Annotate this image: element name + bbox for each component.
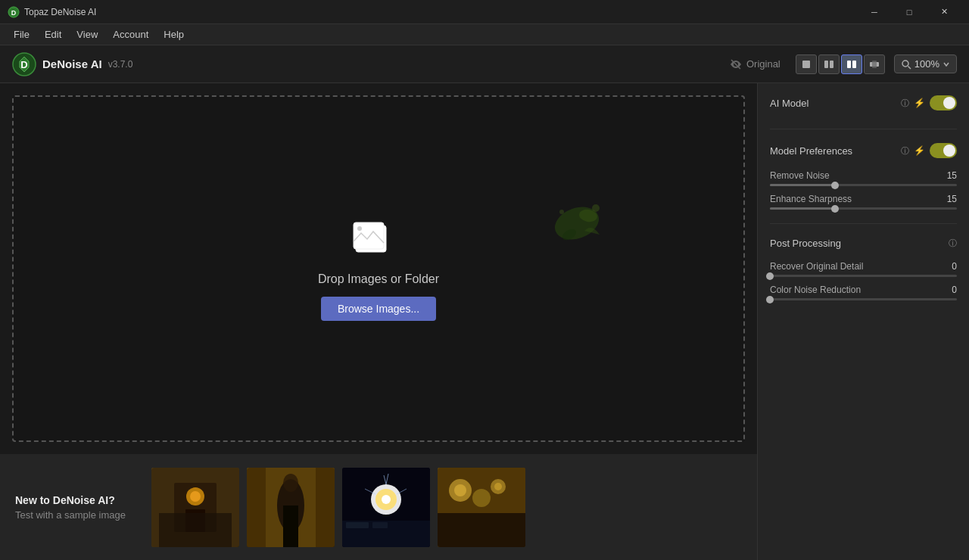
sample-image-1[interactable] [151,468,239,547]
browse-images-button[interactable]: Browse Images... [321,297,436,321]
svg-rect-44 [372,522,388,528]
paint-splash-decoration [547,193,607,254]
zoom-control[interactable]: 100% [894,54,957,73]
color-noise-reduction-thumb [766,296,774,303]
sample-title: New to DeNoise AI? [15,494,136,506]
svg-point-20 [592,204,600,212]
app-version: v3.7.0 [108,59,133,70]
sample-image-4[interactable] [438,468,525,547]
sample-images [151,468,525,547]
zoom-icon [901,59,911,70]
close-button[interactable]: ✕ [927,0,961,24]
drop-zone[interactable]: Drop Images or Folder Browse Images... [12,95,745,442]
logo-icon: D [12,52,36,76]
drop-text: Drop Images or Folder [318,272,439,286]
ai-model-header: AI Model ⓘ ⚡ [770,95,957,115]
post-processing-label: Post Processing [770,238,944,249]
svg-point-50 [494,483,502,490]
svg-line-13 [908,66,911,69]
model-preferences-label: Model Preferences [770,145,896,157]
svg-rect-6 [824,61,828,68]
view-mode-group [796,54,885,74]
view-split[interactable] [818,54,840,74]
menu-edit[interactable]: Edit [37,26,69,43]
model-preferences-toggle[interactable] [930,143,957,158]
svg-rect-11 [872,61,877,68]
recover-original-detail-label-row: Recover Original Detail 0 [770,261,957,272]
menu-account[interactable]: Account [105,26,156,43]
app-icon: D [8,6,20,18]
header-controls: Original 100% [724,54,957,74]
svg-rect-7 [830,61,833,68]
ai-model-section: AI Model ⓘ ⚡ [770,95,957,115]
svg-text:D: D [11,9,17,17]
menu-help[interactable]: Help [156,26,192,43]
view-compare[interactable] [841,54,862,74]
drop-content: Drop Images or Folder Browse Images... [318,216,439,321]
enhance-sharpness-fill [770,207,835,210]
title-bar: D Topaz DeNoise AI ─ □ ✕ [0,0,969,24]
sample-panel: New to DeNoise AI? Test with a sample im… [0,454,757,560]
app-logo: D DeNoise AI v3.7.0 [12,52,132,76]
ai-model-toggle[interactable] [930,95,957,110]
sample-subtitle: Test with a sample image [15,509,136,521]
view-overlay[interactable] [864,54,885,74]
menu-file[interactable]: File [6,26,37,43]
post-processing-info-icon[interactable]: ⓘ [949,238,957,249]
svg-point-26 [190,491,201,502]
remove-noise-label-row: Remove Noise 15 [770,170,957,181]
enhance-sharpness-label: Enhance Sharpness [770,194,852,204]
view-single[interactable] [796,54,817,74]
model-preferences-section: Model Preferences ⓘ ⚡ Remove Noise 15 En… [770,143,957,210]
original-label: Original [746,58,780,70]
svg-rect-27 [159,513,232,547]
color-noise-reduction-label: Color Noise Reduction [770,285,861,295]
recover-original-detail-thumb [766,272,774,280]
svg-point-48 [454,484,466,496]
remove-noise-control: Remove Noise 15 [770,170,957,186]
eye-icon [730,58,742,70]
color-noise-reduction-slider[interactable] [770,298,957,300]
svg-rect-9 [852,61,856,68]
recover-original-detail-value: 0 [942,261,957,272]
menu-view[interactable]: View [69,26,105,43]
chevron-down-icon [943,61,950,68]
ai-model-lightning-icon: ⚡ [914,98,925,108]
menu-bar: File Edit View Account Help [0,24,969,45]
remove-noise-label: Remove Noise [770,170,830,181]
model-preferences-lightning-icon: ⚡ [914,145,925,156]
recover-original-detail-label: Recover Original Detail [770,261,863,272]
right-sidebar: AI Model ⓘ ⚡ Model Preferences ⓘ ⚡ Remov… [757,83,969,560]
enhance-sharpness-control: Enhance Sharpness 15 [770,194,957,210]
remove-noise-slider[interactable] [770,184,957,186]
recover-original-detail-slider[interactable] [770,275,957,277]
remove-noise-thumb [831,182,839,189]
svg-rect-8 [847,61,851,68]
enhance-sharpness-slider[interactable] [770,207,957,210]
sample-image-2[interactable] [247,468,335,547]
original-toggle[interactable]: Original [724,55,787,73]
ai-model-info-icon[interactable]: ⓘ [901,98,909,109]
enhance-sharpness-thumb [831,205,839,213]
minimize-button[interactable]: ─ [857,0,892,24]
sample-text: New to DeNoise AI? Test with a sample im… [15,494,136,521]
model-preferences-info-icon[interactable]: ⓘ [901,145,909,157]
main-layout: Drop Images or Folder Browse Images... N… [0,83,969,560]
svg-point-16 [357,226,362,231]
post-processing-section: Post Processing ⓘ Recover Original Detai… [770,238,957,300]
app-name: DeNoise AI [42,58,102,70]
app-header: D DeNoise AI v3.7.0 Original [0,45,969,83]
divider-1 [770,129,957,129]
color-noise-reduction-label-row: Color Noise Reduction 0 [770,285,957,295]
svg-rect-52 [438,513,525,547]
enhance-sharpness-value: 15 [942,194,957,204]
model-preferences-header: Model Preferences ⓘ ⚡ [770,143,957,163]
svg-rect-33 [283,506,298,547]
maximize-button[interactable]: □ [892,0,927,24]
sample-image-3[interactable] [342,468,430,547]
remove-noise-fill [770,184,835,186]
color-noise-reduction-value: 0 [942,285,957,295]
svg-text:D: D [20,59,27,70]
remove-noise-value: 15 [942,170,957,181]
window-controls: ─ □ ✕ [857,0,961,24]
